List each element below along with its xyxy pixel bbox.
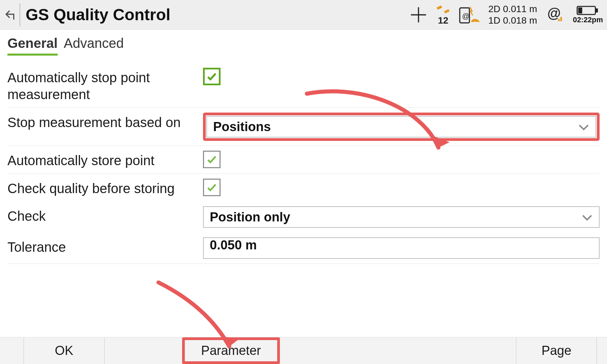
tolerance-input[interactable]: 0.050 m — [203, 237, 600, 259]
header-bar: GS Quality Control 12 @ 2D 0.011 m — [0, 0, 607, 30]
bottom-bar: OK Parameter Page — [0, 337, 607, 364]
row-tolerance: Tolerance 0.050 m — [7, 233, 600, 264]
check-quality-label: Check quality before storing — [7, 179, 203, 197]
tolerance-label: Tolerance — [7, 237, 203, 255]
crosshair-icon[interactable] — [409, 6, 428, 24]
svg-rect-3 — [444, 9, 450, 13]
auto-store-label: Automatically store point — [7, 151, 203, 169]
svg-rect-11 — [578, 7, 582, 13]
row-check-quality: Check quality before storing — [7, 174, 600, 202]
svg-rect-7 — [558, 19, 560, 21]
tab-advanced[interactable]: Advanced — [64, 36, 124, 56]
tabs: General Advanced — [0, 30, 607, 56]
svg-rect-8 — [560, 17, 562, 21]
settings-content: Automatically stop point measurement Sto… — [0, 56, 607, 337]
check-quality-checkbox[interactable] — [203, 179, 221, 196]
tab-general[interactable]: General — [7, 36, 58, 56]
parameter-button[interactable]: Parameter — [182, 337, 280, 364]
check-dropdown[interactable]: Position only — [203, 206, 600, 228]
row-check: Check Position only — [7, 202, 600, 233]
stop-based-value: Positions — [213, 120, 271, 134]
accuracy-readout[interactable]: 2D 0.011 m 1D 0.018 m — [488, 3, 537, 26]
auto-stop-checkbox[interactable] — [203, 68, 221, 85]
accuracy-1d: 1D 0.018 m — [488, 15, 537, 26]
page-button[interactable]: Page — [516, 337, 597, 364]
tolerance-value: 0.050 m — [210, 238, 257, 252]
status-icons: 12 @ 2D 0.011 m 1D 0.018 m @ — [409, 3, 603, 26]
back-button[interactable] — [2, 3, 20, 26]
ok-button[interactable]: OK — [24, 337, 105, 364]
row-auto-store: Automatically store point — [7, 146, 600, 174]
stop-based-label: Stop measurement based on — [7, 113, 203, 131]
battery-clock[interactable]: 02:22pm — [573, 5, 603, 24]
check-label: Check — [7, 206, 203, 224]
svg-rect-10 — [596, 8, 598, 12]
auto-store-checkbox[interactable] — [203, 151, 221, 168]
svg-text:@: @ — [462, 12, 470, 20]
chevron-down-icon — [581, 210, 593, 224]
page-title: GS Quality Control — [26, 5, 170, 24]
svg-text:@: @ — [547, 6, 560, 21]
auto-stop-label: Automatically stop point measurement — [7, 68, 203, 103]
internet-status-icon[interactable]: @ — [545, 6, 565, 23]
row-auto-stop: Automatically stop point measurement — [7, 63, 600, 108]
accuracy-2d: 2D 0.011 m — [488, 3, 537, 15]
satellites-status[interactable]: 12 — [436, 4, 451, 26]
chevron-down-icon — [578, 120, 589, 134]
svg-rect-2 — [437, 5, 442, 10]
row-stop-based: Stop measurement based on Positions — [7, 108, 600, 146]
connection-status-icon[interactable]: @ — [459, 6, 480, 24]
clock-time: 02:22pm — [573, 16, 603, 24]
satellite-count: 12 — [438, 15, 448, 26]
check-value: Position only — [210, 210, 290, 224]
stop-based-dropdown[interactable]: Positions — [206, 116, 596, 138]
